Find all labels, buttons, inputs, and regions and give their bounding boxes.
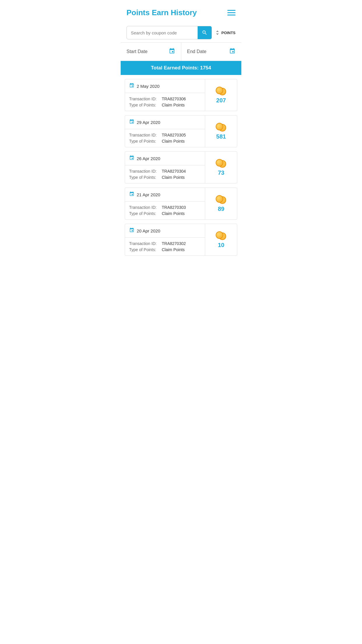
type-label: Type of Points: bbox=[129, 211, 158, 216]
points-value: 73 bbox=[218, 169, 224, 176]
transaction-right: 581 bbox=[205, 116, 237, 147]
end-date-calendar-icon bbox=[229, 48, 236, 55]
points-value: 581 bbox=[216, 133, 226, 140]
end-date-label: End Date bbox=[187, 49, 207, 54]
sort-label: POINTS bbox=[222, 31, 236, 35]
start-date-col[interactable]: Start Date bbox=[121, 43, 181, 61]
transaction-id-label: Transaction ID: bbox=[129, 97, 158, 101]
type-row: Type of Points: Claim Points bbox=[129, 247, 201, 252]
coins-icon bbox=[216, 195, 227, 204]
total-bar: Total Earned Points: 1754 bbox=[121, 61, 241, 75]
search-input[interactable] bbox=[127, 27, 198, 39]
transaction-date-row: 2 May 2020 bbox=[125, 79, 205, 93]
transaction-id-row: Transaction ID: TRA8270302 bbox=[129, 241, 201, 246]
type-row: Type of Points: Claim Points bbox=[129, 211, 201, 216]
transaction-id-value: TRA8270302 bbox=[162, 241, 186, 246]
transaction-calendar-icon bbox=[129, 191, 134, 198]
points-value: 10 bbox=[218, 242, 224, 249]
coin-front bbox=[216, 231, 223, 239]
points-value: 89 bbox=[218, 206, 224, 212]
transaction-left: 2 May 2020 Transaction ID: TRA8270306 Ty… bbox=[125, 79, 205, 111]
sort-button[interactable]: POINTS bbox=[215, 30, 236, 35]
transaction-id-label: Transaction ID: bbox=[129, 205, 158, 210]
transaction-calendar-icon bbox=[129, 155, 134, 162]
points-value: 207 bbox=[216, 97, 226, 104]
type-row: Type of Points: Claim Points bbox=[129, 175, 201, 180]
transaction-date: 26 Apr 2020 bbox=[137, 156, 160, 161]
coin-front bbox=[216, 159, 223, 167]
end-date-col[interactable]: End Date bbox=[181, 43, 242, 61]
transaction-details: Transaction ID: TRA8270302 Type of Point… bbox=[125, 238, 205, 256]
transaction-date: 29 Apr 2020 bbox=[137, 120, 160, 125]
transaction-id-value: TRA8270304 bbox=[162, 169, 186, 174]
transaction-details: Transaction ID: TRA8270303 Type of Point… bbox=[125, 202, 205, 219]
transaction-date: 20 Apr 2020 bbox=[137, 228, 160, 233]
transaction-card: 26 Apr 2020 Transaction ID: TRA8270304 T… bbox=[125, 151, 237, 183]
menu-icon[interactable] bbox=[227, 10, 236, 15]
transaction-details: Transaction ID: TRA8270306 Type of Point… bbox=[125, 93, 205, 111]
transaction-card: 21 Apr 2020 Transaction ID: TRA8270303 T… bbox=[125, 188, 237, 220]
transaction-date: 2 May 2020 bbox=[137, 84, 159, 89]
transaction-calendar-icon bbox=[129, 228, 134, 234]
transaction-right: 10 bbox=[205, 224, 237, 256]
transactions-list: 2 May 2020 Transaction ID: TRA8270306 Ty… bbox=[121, 79, 241, 256]
type-row: Type of Points: Claim Points bbox=[129, 103, 201, 107]
transaction-right: 89 bbox=[205, 188, 237, 219]
type-value: Claim Points bbox=[162, 175, 185, 180]
type-label: Type of Points: bbox=[129, 247, 158, 252]
transaction-details: Transaction ID: TRA8270304 Type of Point… bbox=[125, 165, 205, 183]
type-row: Type of Points: Claim Points bbox=[129, 139, 201, 144]
transaction-id-label: Transaction ID: bbox=[129, 133, 158, 137]
type-label: Type of Points: bbox=[129, 139, 158, 144]
search-bar: POINTS bbox=[121, 23, 241, 42]
transaction-card: 2 May 2020 Transaction ID: TRA8270306 Ty… bbox=[125, 79, 237, 111]
type-value: Claim Points bbox=[162, 103, 185, 107]
transaction-id-row: Transaction ID: TRA8270305 bbox=[129, 133, 201, 137]
total-earned-points: Total Earned Points: 1754 bbox=[151, 65, 211, 71]
transaction-id-value: TRA8270303 bbox=[162, 205, 186, 210]
transaction-date-row: 20 Apr 2020 bbox=[125, 224, 205, 238]
transaction-id-row: Transaction ID: TRA8270304 bbox=[129, 169, 201, 174]
page-title: Points Earn History bbox=[126, 8, 197, 17]
coins-icon bbox=[216, 231, 227, 240]
transaction-left: 21 Apr 2020 Transaction ID: TRA8270303 T… bbox=[125, 188, 205, 219]
transaction-right: 73 bbox=[205, 152, 237, 183]
start-date-calendar-icon bbox=[169, 48, 175, 55]
coin-front bbox=[216, 87, 223, 94]
type-label: Type of Points: bbox=[129, 175, 158, 180]
transaction-id-label: Transaction ID: bbox=[129, 169, 158, 174]
transaction-id-value: TRA8270305 bbox=[162, 133, 186, 137]
transaction-id-row: Transaction ID: TRA8270306 bbox=[129, 97, 201, 101]
coin-front bbox=[216, 123, 223, 130]
type-value: Claim Points bbox=[162, 139, 185, 144]
transaction-left: 26 Apr 2020 Transaction ID: TRA8270304 T… bbox=[125, 152, 205, 183]
transaction-left: 20 Apr 2020 Transaction ID: TRA8270302 T… bbox=[125, 224, 205, 256]
transaction-date: 21 Apr 2020 bbox=[137, 192, 160, 197]
type-label: Type of Points: bbox=[129, 103, 158, 107]
date-filter: Start Date End Date bbox=[121, 43, 241, 61]
coins-icon bbox=[216, 159, 227, 168]
transaction-calendar-icon bbox=[129, 119, 134, 125]
search-button[interactable] bbox=[198, 26, 212, 39]
transaction-card: 29 Apr 2020 Transaction ID: TRA8270305 T… bbox=[125, 115, 237, 147]
header: Points Earn History bbox=[121, 0, 241, 23]
transaction-details: Transaction ID: TRA8270305 Type of Point… bbox=[125, 129, 205, 147]
start-date-label: Start Date bbox=[126, 49, 147, 54]
transaction-id-label: Transaction ID: bbox=[129, 241, 158, 246]
transaction-date-row: 29 Apr 2020 bbox=[125, 116, 205, 129]
transaction-calendar-icon bbox=[129, 83, 134, 89]
transaction-right: 207 bbox=[205, 79, 237, 111]
search-icon bbox=[202, 30, 208, 36]
coins-icon bbox=[216, 123, 227, 132]
transaction-left: 29 Apr 2020 Transaction ID: TRA8270305 T… bbox=[125, 116, 205, 147]
transaction-id-row: Transaction ID: TRA8270303 bbox=[129, 205, 201, 210]
search-input-wrapper bbox=[126, 26, 212, 39]
transaction-date-row: 26 Apr 2020 bbox=[125, 152, 205, 165]
sort-icon bbox=[215, 30, 220, 35]
transaction-id-value: TRA8270306 bbox=[162, 97, 186, 101]
coin-front bbox=[216, 195, 223, 203]
transaction-date-row: 21 Apr 2020 bbox=[125, 188, 205, 202]
transaction-card: 20 Apr 2020 Transaction ID: TRA8270302 T… bbox=[125, 224, 237, 256]
type-value: Claim Points bbox=[162, 211, 185, 216]
coins-icon bbox=[216, 87, 227, 95]
